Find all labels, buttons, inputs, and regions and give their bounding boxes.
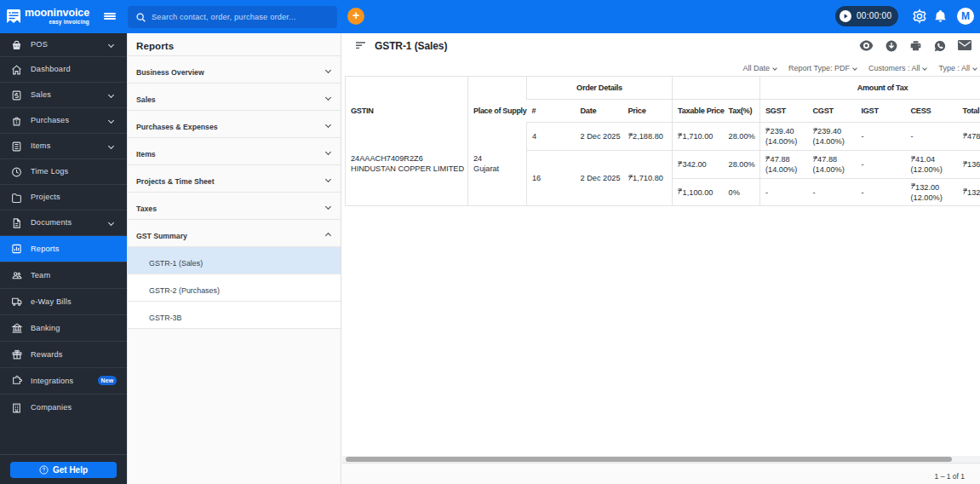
svg-text:1: 1 — [15, 119, 18, 124]
